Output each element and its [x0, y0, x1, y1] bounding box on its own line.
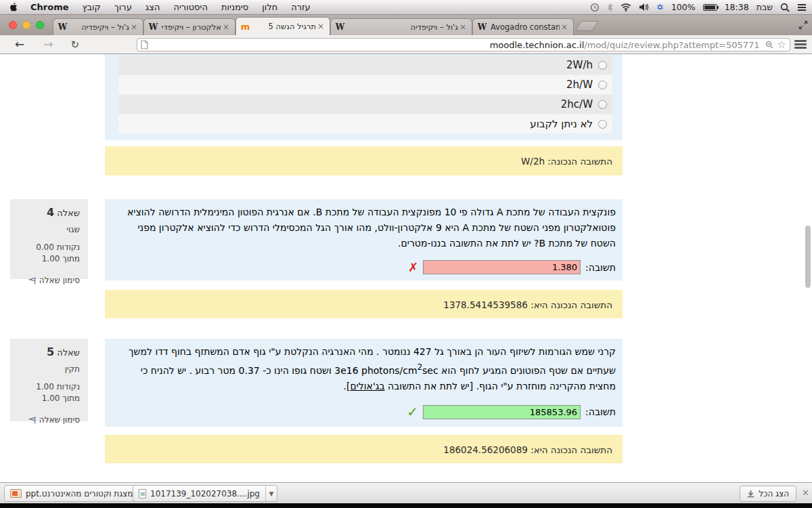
question-state: שגוי	[18, 225, 80, 234]
battery-percentage: 100%	[671, 2, 696, 12]
flag-icon	[28, 416, 37, 425]
forward-button[interactable]: →	[43, 39, 53, 50]
tab-close-icon[interactable]: ×	[129, 22, 139, 32]
points-earned: 0.00 נקודות	[18, 242, 80, 253]
minimize-window-button[interactable]	[22, 21, 30, 29]
close-window-button[interactable]	[9, 21, 17, 29]
bluetooth-icon[interactable]	[607, 3, 613, 12]
tab-moodle-quiz-active[interactable]: m תרגיל הגשה 5 ×	[235, 17, 330, 35]
window-controls	[9, 21, 44, 29]
menu-history[interactable]: היסטוריה	[173, 2, 208, 12]
url-host: moodle.technion.ac.il	[490, 40, 585, 50]
download-item-ppt[interactable]: מצגת וקטורים מהאינטרנט.ppt ▼	[4, 485, 150, 502]
wikipedia-favicon: W	[477, 22, 487, 32]
bookmark-star-icon[interactable]: ☆	[777, 40, 786, 50]
spotlight-icon[interactable]	[780, 3, 790, 12]
question-5-feedback-box: התשובה הנכונה היא: 186024.56206089	[105, 435, 623, 463]
chrome-menu-icon[interactable]	[794, 40, 807, 49]
radio-button[interactable]	[598, 120, 607, 129]
incorrect-x-icon: ✗	[408, 261, 418, 274]
answer-options-list: 2W/h 2h/W 2hc/W לא ניתן לקבוע	[118, 56, 612, 134]
wifi-icon[interactable]	[621, 3, 631, 12]
radio-button[interactable]	[598, 100, 607, 109]
flag-label: סימון שאלה	[39, 415, 80, 425]
back-button[interactable]: ←	[15, 39, 24, 50]
menu-edit[interactable]: ערוך	[114, 2, 132, 12]
flag-question-link[interactable]: סימון שאלה	[18, 276, 80, 285]
flag-label: סימון שאלה	[39, 276, 80, 285]
menu-window[interactable]: חלון	[262, 2, 277, 12]
tab-title: ג'ול – ויקיפדיה	[71, 22, 129, 32]
option-row[interactable]: לא ניתן לקבוע	[118, 114, 612, 133]
new-tab-button[interactable]	[574, 21, 598, 31]
notification-center-icon[interactable]	[797, 3, 807, 12]
clock-time[interactable]: 18:38	[725, 2, 749, 12]
hebrew-input-source-icon[interactable]: ✡	[656, 3, 664, 12]
feedback-text: התשובה הנכונה היא: 186024.56206089	[443, 444, 612, 455]
show-all-downloads-button[interactable]: הצג הכל	[740, 486, 796, 502]
fullscreen-expand-icon[interactable]	[798, 20, 808, 30]
option-row[interactable]: 2hc/W	[118, 95, 612, 114]
url-text: moodle.technion.ac.il/mod/quiz/review.ph…	[490, 40, 760, 50]
option-row[interactable]: 2W/h	[118, 56, 612, 75]
tab-title: Avogadro constant – Wikip	[491, 22, 560, 32]
moodle-quiz-review-page: 2W/h 2h/W 2hc/W לא ניתן לקבוע התשובה הנכ…	[0, 54, 812, 482]
menu-help[interactable]: עזרה	[291, 2, 310, 12]
option-row[interactable]: 2h/W	[118, 75, 612, 94]
wikipedia-favicon: W	[148, 22, 158, 32]
points-earned: 1.00 נקודות	[18, 381, 80, 393]
answer-input-correct[interactable]	[423, 405, 581, 419]
option-label: 2hc/W	[561, 98, 593, 110]
points-max: מתוך 1.00	[18, 253, 80, 265]
menu-view[interactable]: הצג	[145, 2, 160, 12]
battery-icon[interactable]	[703, 4, 717, 11]
volume-icon[interactable]	[639, 3, 649, 12]
correct-answer-feedback-box: התשובה הנכונה: W/2h	[105, 146, 623, 175]
superscript-2: 2	[418, 362, 422, 372]
question-4-text: פונקצית העבודה של מתכת A גדולה פי 10 מפו…	[105, 199, 623, 251]
tab-electron-wikipedia[interactable]: W אלקטרון – ויקיפדיה ×	[143, 18, 235, 35]
answer-input-wrong[interactable]	[423, 260, 581, 274]
tab-close-icon[interactable]: ×	[458, 22, 468, 32]
option-label: 2W/h	[566, 59, 593, 71]
question-state: תקין	[18, 364, 80, 374]
tab-close-icon[interactable]: ×	[560, 22, 569, 32]
tab-title: אלקטרון – ויקיפדיה	[162, 22, 221, 32]
menu-file[interactable]: קובץ	[83, 2, 101, 12]
radio-button[interactable]	[598, 81, 607, 89]
tab-avogadro-wikipedia[interactable]: W Avogadro constant – Wikip ×	[472, 18, 574, 35]
app-menu-chrome[interactable]: Chrome	[30, 2, 69, 12]
close-downloads-bar-icon[interactable]: ✕	[802, 488, 809, 497]
feedback-text: התשובה הנכונה היא: 1378.5414539586	[443, 299, 612, 310]
wikipedia-favicon: W	[58, 22, 68, 32]
tab-close-icon[interactable]: ×	[221, 22, 231, 32]
menu-bookmarks[interactable]: סימניות	[221, 2, 248, 12]
download-options-chevron[interactable]: ▼	[265, 486, 277, 501]
download-arrow-icon	[747, 490, 754, 498]
screen-bottom-edge	[0, 503, 812, 508]
scrollbar-thumb[interactable]	[805, 226, 811, 288]
ppt-file-icon	[10, 489, 22, 498]
tab-joule-wikipedia-2[interactable]: W ג'ול – ויקיפדיה ×	[330, 18, 472, 35]
browser-toolbar: ← → ↻ moodle.technion.ac.il/mod/quiz/rev…	[0, 35, 812, 54]
radio-button[interactable]	[598, 61, 607, 70]
time-machine-icon[interactable]	[590, 3, 600, 12]
url-path: /mod/quiz/review.php?attempt=505771	[584, 40, 759, 50]
flag-question-link[interactable]: סימון שאלה	[18, 415, 80, 425]
question-5-answer-row: תשובה: ✓	[105, 405, 623, 419]
question-number: שאלה 5	[18, 345, 80, 358]
show-all-label: הצג הכל	[759, 489, 789, 499]
zoom-window-button[interactable]	[36, 21, 44, 29]
address-bar[interactable]: moodle.technion.ac.il/mod/quiz/review.ph…	[137, 38, 790, 51]
answer-label: תשובה:	[585, 262, 616, 273]
flag-icon	[28, 276, 37, 285]
tab-close-icon[interactable]: ×	[316, 22, 325, 31]
clock-day[interactable]: שבת	[757, 2, 773, 12]
zoom-indicator-icon[interactable]	[765, 41, 773, 49]
apple-menu-icon[interactable]	[9, 2, 18, 12]
tab-joule-wikipedia-1[interactable]: W ג'ול – ויקיפדיה ×	[53, 18, 143, 35]
reload-button[interactable]: ↻	[71, 39, 80, 51]
question-4-content: פונקצית העבודה של מתכת A גדולה פי 10 מפו…	[105, 199, 623, 280]
wikipedia-favicon: W	[335, 22, 345, 32]
download-item-jpg[interactable]: 1017139_102027038....jpg ▼	[133, 485, 277, 502]
